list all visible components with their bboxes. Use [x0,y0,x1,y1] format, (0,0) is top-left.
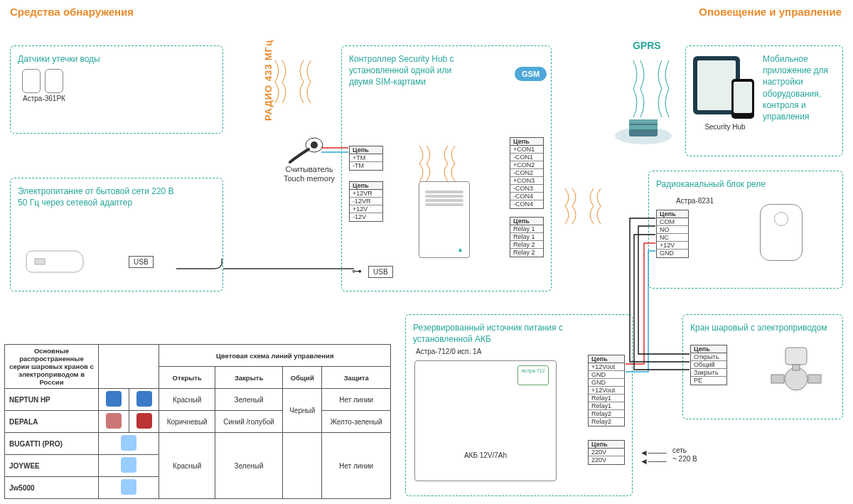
svg-rect-4 [35,259,45,264]
th-prot: Защита [322,367,391,389]
gprs-label: GPRS [633,40,661,51]
box-mobile-app: Security Hub Мобильное приложение для на… [685,45,843,156]
usb-port-label: USB [129,256,154,268]
valve-table: Основные распространенные серии шаровых … [4,344,391,499]
mobile-sub-label: Security Hub [693,123,757,131]
box-valve: Кран шаровый с электроприводом Цепь Откр… [682,314,843,419]
svg-rect-10 [808,375,821,383]
svg-rect-3 [629,125,658,129]
table-row: BUGATTI (PRO) Красный Зеленый Нет линии [5,433,391,455]
terminal-con: Цепь +CON1-CON1 +CON2-CON2 +CON3-CON3 -C… [510,137,544,209]
box-psu: Резервированный источник питания с устан… [405,314,633,496]
terminal-12v: Цепь +12VR -12VR +12V -12V [349,181,383,222]
th-open: Открыть [159,367,215,389]
terminal-relay-hub: Цепь Relay 1Relay 1 Relay 2Relay 2 [510,217,544,257]
svg-point-6 [311,141,318,149]
terminal-relay-astra: Цепь COM NO NC +12V GND [656,210,689,258]
usb-icon: ⊶ [352,265,362,277]
relay-device-icon [760,204,803,261]
sensor-icon [22,69,41,93]
box-power-usb: Электропитание от бытовой сети 220 В 50 … [10,178,223,291]
psu-device-icon: Астра-712 АКБ 12V/7Ah [414,360,557,481]
svg-rect-2 [629,119,658,124]
touch-memory-label: Считыватель Touch memory [277,165,341,183]
heading-detection: Средства обнаружения [10,6,134,18]
table-row: NEPTUN HP Красный Зеленый Черный Нет лин… [5,389,391,411]
wave-icon [562,185,604,227]
sensor-icon [45,69,63,93]
mains-arrow-icon: ◄─── [640,456,666,466]
ball-valve-icon [768,345,828,395]
svg-rect-11 [793,365,800,370]
table-row: DEPALA Коричневый Синий /голубой Желто-з… [5,411,391,433]
phone-icon [731,79,754,119]
wave-icon [272,57,314,107]
usb-adapter-icon [25,245,89,278]
box-title: Резервированный источник питания с устан… [413,322,598,345]
model-label: Астра-712/0 исп. 1А [416,348,481,355]
box-title: Электропитание от бытовой сети 220 В 50 … [18,186,174,208]
box-controller: Контроллер Security Hub с установленной … [341,45,552,291]
th-scheme: Цветовая схема линий управления [159,345,391,367]
th-series: Основные распространенные серии шаровых … [5,345,99,389]
touch-memory-icon [283,135,326,165]
box-water-sensors: Датчики утечки воды Астра-361РК [10,45,223,134]
box-title: Радиоканальный блок реле [656,178,784,190]
terminal-valve: Цепь Открыть Общий Закрыть PE [690,345,727,385]
mains-label: сеть~ 220 В [672,446,697,463]
hub-device-icon: ▲ [419,181,470,258]
terminal-tm: Цепь +ТМ -ТМ [349,146,383,171]
cloud-server-icon [611,104,675,148]
usb-port-label: USB [368,266,393,278]
box-title: Контроллер Security Hub с установленной … [349,53,456,88]
box-title: Датчики утечки воды [18,53,146,65]
svg-point-8 [785,368,808,390]
terminal-psu-220: Цепь 220V 220V [588,440,625,465]
box-title: Мобильное приложение для настройки обору… [763,53,835,127]
th-close: Закрыть [215,367,283,389]
model-label: Астра-8231 [676,197,714,205]
svg-rect-7 [785,348,807,365]
terminal-psu-out: Цепь +12VoutGND GND+12Vout Relay1Relay1 … [588,355,625,427]
th-common: Общий [283,367,322,389]
box-title: Кран шаровый с электроприводом [690,322,832,333]
model-label: Астра-361РК [19,95,69,102]
heading-control: Оповещение и управление [699,6,842,18]
svg-rect-9 [771,375,784,383]
box-relay-radio: Радиоканальный блок реле Астра-8231 Цепь… [648,171,843,289]
akb-label: АКБ 12V/7Ah [464,451,507,459]
